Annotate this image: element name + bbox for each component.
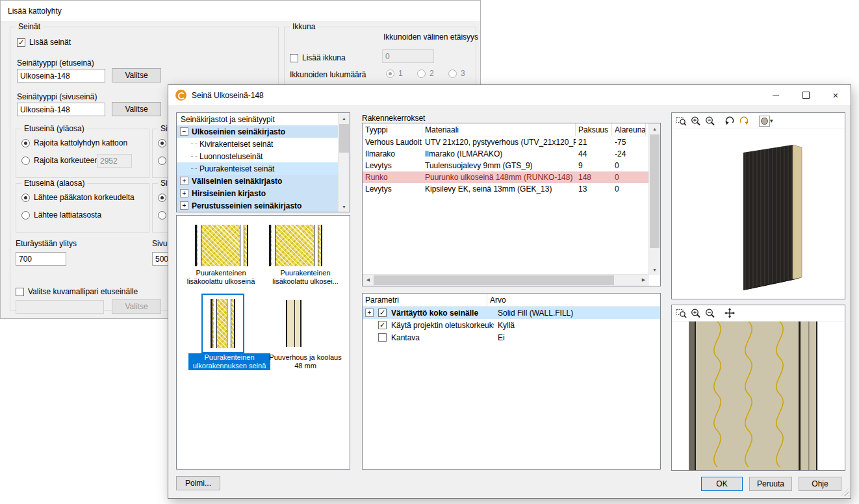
param-heights-checkbox[interactable]: ✓ <box>378 321 387 329</box>
tree-item-log-library[interactable]: + Hirsiseinien kirjasto <box>177 187 339 199</box>
param-row-loadbearing[interactable]: Kantava Ei <box>363 331 660 344</box>
side-top-option1-radio[interactable] <box>158 139 166 147</box>
layer-row[interactable]: Levytys Tuulensuojalevy 9mm (GTS_9) 9 0 … <box>363 160 660 171</box>
wall-thumbnail-1[interactable] <box>195 225 248 266</box>
zoom-window-icon[interactable] <box>674 114 687 127</box>
help-button[interactable]: Ohje <box>799 477 841 491</box>
minimize-button[interactable] <box>761 85 791 105</box>
start-from-floor-radio[interactable] <box>21 211 30 220</box>
scroll-up-icon[interactable]: ▲ <box>649 123 660 134</box>
front-wall-choose-button[interactable]: Valitse <box>112 68 161 82</box>
side-bottom-option1-radio[interactable] <box>158 194 166 202</box>
start-from-roof-radio[interactable] <box>21 194 30 202</box>
cancel-button[interactable]: Peruuta <box>749 477 792 491</box>
tree-root[interactable]: Seinäkirjastot ja seinätyypit <box>177 113 339 125</box>
layers-vscroll-thumb[interactable] <box>650 134 660 248</box>
wall-thumbnail-4[interactable] <box>286 300 301 347</box>
front-wall-type-input[interactable] <box>17 69 105 82</box>
tree-item-partition-library[interactable]: + Väliseinien seinäkirjasto <box>177 175 339 187</box>
start-from-roof-radio-row[interactable]: Lähtee pääkaton korkeudelta <box>21 193 135 202</box>
layer-row[interactable]: Ilmarako Ilmarako (ILMARAKO) 44 -24 2952 <box>363 148 660 160</box>
col-bottom[interactable]: Alareuna <box>612 123 646 136</box>
scroll-down-icon[interactable]: ▼ <box>649 264 660 275</box>
wall-thumbnail-1-label[interactable]: Puurakenteinen lisäkoolattu ulkoseinä <box>181 269 261 286</box>
add-walls-checkbox-row[interactable]: ✓ Lisää seinät <box>17 38 71 47</box>
window-count-3-label: 3 <box>461 69 465 78</box>
add-walls-checkbox[interactable]: ✓ <box>17 38 25 47</box>
tree-item-wood-walls[interactable]: Puurakenteiset seinät <box>177 162 339 175</box>
wall-thumbnail-3-selected[interactable] <box>201 294 244 353</box>
wall-thumbnail-4-label[interactable]: Puuverhous ja koolaus 48 mm <box>265 353 346 370</box>
rotate-cw-icon[interactable] <box>737 114 750 127</box>
close-button[interactable]: × <box>821 85 851 105</box>
zoom-window-icon[interactable] <box>674 307 687 320</box>
zoom-out-icon[interactable] <box>703 307 716 320</box>
expand-icon[interactable]: + <box>180 177 188 185</box>
tree-scroll-thumb[interactable] <box>339 124 349 153</box>
resize-grip[interactable] <box>841 488 849 496</box>
zoom-in-icon[interactable] <box>689 307 702 320</box>
wall-thumbnail-2[interactable] <box>269 225 322 266</box>
pattern-pair-checkbox[interactable] <box>16 288 24 296</box>
render-mode-dropdown-icon[interactable]: ▾ <box>770 118 773 124</box>
preview-3d-view[interactable] <box>672 129 845 299</box>
scroll-down-icon[interactable]: ▼ <box>339 201 350 212</box>
add-window-checkbox[interactable] <box>290 54 298 62</box>
pan-icon[interactable] <box>723 307 736 320</box>
layers-hscroll-thumb[interactable] <box>374 275 614 285</box>
layer-bottom: 0 <box>612 184 646 194</box>
zoom-out-icon[interactable] <box>703 114 716 127</box>
maximize-button[interactable] <box>791 85 821 105</box>
col-material[interactable]: Materiaali <box>422 123 576 136</box>
limit-to-height-radio-row[interactable]: Rajoita korkeuteen: <box>21 156 101 165</box>
wall-thumbnail-3-label[interactable]: Puurakenteinen ulkorakennuksen seinä <box>188 353 270 370</box>
tree-item-sketch-walls[interactable]: Luonnosteluseinät <box>177 150 339 162</box>
col-thickness[interactable]: Paksuus <box>576 123 612 136</box>
param-expand-icon[interactable]: + <box>365 309 374 317</box>
layers-hscrollbar[interactable]: ◀ ▶ <box>363 274 649 286</box>
layer-row-selected[interactable]: Runko Puurunko ulkoseinä 148mm (RUNKO-14… <box>363 171 660 183</box>
collapse-icon[interactable]: − <box>180 127 188 136</box>
limit-to-roof-radio[interactable] <box>21 139 30 147</box>
side-bottom-option2-radio[interactable] <box>158 211 166 220</box>
param-row-default-heights[interactable]: ✓ Käytä projektin oletuskorkeuksia Kyllä <box>363 319 660 331</box>
layer-row[interactable]: Levytys Kipsilevy EK, seinä 13mm (GEK_13… <box>363 183 660 195</box>
pattern-pair-checkbox-row[interactable]: Valitse kuvamallipari etuseinälle <box>16 287 138 296</box>
preview-2d-view[interactable] <box>672 321 845 470</box>
ok-button[interactable]: OK <box>701 477 743 491</box>
tree-scrollbar[interactable]: ▲ ▼ <box>338 113 350 212</box>
tree-item-exterior-library[interactable]: − Ulkoseinien seinäkirjasto <box>177 125 339 138</box>
layers-vscrollbar[interactable]: ▲ ▼ <box>648 123 660 275</box>
layer-material: Kipsilevy EK, seinä 13mm (GEK_13) <box>422 184 576 194</box>
tree-item-foundation-library[interactable]: + Perustusseinien seinäkirjasto <box>177 199 339 212</box>
side-wall-choose-button[interactable]: Valitse <box>112 102 161 116</box>
param-row-fill[interactable]: + ✓ Väritäyttö koko seinälle Solid Fill … <box>363 307 660 319</box>
tree-item-stone-walls[interactable]: Kivirakenteiset seinät <box>177 138 339 150</box>
rotate-ccw-icon[interactable] <box>723 114 736 127</box>
expand-icon[interactable]: + <box>180 189 188 197</box>
window-count-1-label: 1 <box>398 69 403 78</box>
col-value[interactable]: Arvo <box>487 294 660 306</box>
pick-button[interactable]: Poimi... <box>176 476 220 490</box>
wall-thumbnail-2-label[interactable]: Puurakenteinen lisäkoolattu ulkosei... <box>265 269 346 286</box>
limit-to-height-radio[interactable] <box>21 157 30 165</box>
param-fill-checkbox[interactable]: ✓ <box>378 309 387 317</box>
wall-dialog-titlebar[interactable]: Seinä Ulkoseinä-148 <box>168 85 851 105</box>
add-dormer-titlebar[interactable]: Lisää kattolyhty <box>1 1 480 21</box>
side-top-option2-radio[interactable] <box>158 157 166 165</box>
param-loadbearing-checkbox[interactable] <box>378 333 387 342</box>
add-window-checkbox-row[interactable]: Lisää ikkuna <box>290 53 346 62</box>
layer-row[interactable]: Verhous Laudoit... UTV 21x120, pystyverh… <box>363 136 660 148</box>
scroll-up-icon[interactable]: ▲ <box>339 113 350 123</box>
col-parameter[interactable]: Parametri <box>363 294 487 306</box>
scroll-right-icon[interactable]: ▶ <box>638 275 649 285</box>
front-eaves-input[interactable] <box>16 252 66 266</box>
expand-icon[interactable]: + <box>180 201 188 210</box>
side-wall-type-input[interactable] <box>17 103 105 116</box>
zoom-in-icon[interactable] <box>689 114 702 127</box>
start-from-floor-radio-row[interactable]: Lähtee lattiatasosta <box>21 210 101 220</box>
scroll-left-icon[interactable]: ◀ <box>363 275 374 285</box>
limit-to-roof-radio-row[interactable]: Rajoita kattolyhdyn kattoon <box>21 138 127 147</box>
render-mode-icon[interactable] <box>758 114 771 127</box>
col-type[interactable]: Tyyppi <box>363 123 422 136</box>
